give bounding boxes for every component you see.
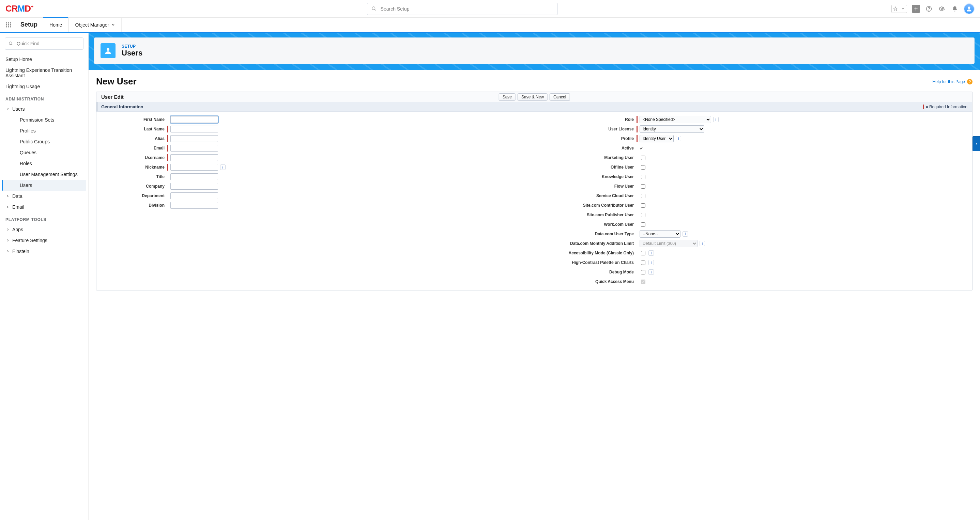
chevron-left-icon: [975, 142, 978, 145]
debug-checkbox[interactable]: [641, 270, 645, 275]
global-search[interactable]: [367, 3, 558, 15]
label-offline-user: Offline User: [541, 165, 636, 170]
sidebar-roles[interactable]: Roles: [2, 158, 86, 169]
app-logo: CRMD+: [5, 3, 33, 14]
info-icon[interactable]: i: [220, 164, 226, 170]
info-icon[interactable]: i: [713, 117, 719, 122]
site-pub-checkbox[interactable]: [641, 213, 645, 217]
sidebar-permission-sets[interactable]: Permission Sets: [2, 114, 86, 125]
email-input[interactable]: [170, 145, 218, 151]
label-first-name: First Name: [103, 117, 167, 122]
label-profile: Profile: [541, 136, 636, 141]
svg-line-1: [374, 9, 375, 10]
label-user-license: User License: [541, 127, 636, 132]
label-data-monthly: Data.com Monthly Addition Limit: [541, 241, 636, 246]
gear-icon[interactable]: [938, 5, 946, 13]
add-icon[interactable]: [912, 5, 920, 13]
sidebar-users-group[interactable]: Users: [2, 103, 86, 114]
label-department: Department: [103, 194, 167, 198]
sidebar-data[interactable]: Data: [2, 191, 86, 202]
label-data-user-type: Data.com User Type: [541, 232, 636, 236]
quick-find[interactable]: [5, 37, 83, 50]
department-input[interactable]: [170, 192, 218, 199]
sidebar-setup-home[interactable]: Setup Home: [2, 54, 86, 65]
title-input[interactable]: [170, 173, 218, 180]
info-icon[interactable]: i: [682, 231, 688, 237]
sidebar-einstein-label: Einstein: [12, 249, 29, 254]
sidebar-apps-label: Apps: [12, 227, 23, 232]
cancel-button[interactable]: Cancel: [550, 93, 570, 101]
search-icon: [371, 6, 377, 11]
help-for-page-link[interactable]: Help for this Page ?: [932, 79, 972, 84]
context-title: Setup: [17, 21, 41, 28]
alias-input[interactable]: [170, 135, 218, 142]
tab-object-manager-label: Object Manager: [75, 22, 109, 28]
label-accessibility: Accessibility Mode (Classic Only): [541, 251, 636, 256]
sidebar-users[interactable]: Users: [2, 180, 86, 191]
knowledge-user-checkbox[interactable]: [641, 175, 645, 179]
app-launcher-icon[interactable]: [2, 18, 15, 31]
accessibility-checkbox[interactable]: [641, 251, 645, 256]
last-name-input[interactable]: [170, 125, 218, 132]
label-flow-user: Flow User: [541, 184, 636, 189]
sidebar-lightning-usage[interactable]: Lightning Usage: [2, 81, 86, 92]
sidebar-transition-assistant[interactable]: Lightning Experience Transition Assistan…: [2, 65, 86, 81]
tab-object-manager[interactable]: Object Manager: [68, 18, 122, 32]
save-and-new-button[interactable]: Save & New: [518, 93, 547, 101]
data-user-type-select[interactable]: --None--: [640, 230, 681, 238]
hero-card: SETUP Users: [94, 37, 975, 64]
avatar[interactable]: [964, 3, 975, 14]
division-input[interactable]: [170, 202, 218, 209]
svg-marker-2: [893, 7, 897, 11]
service-cloud-checkbox[interactable]: [641, 194, 645, 198]
svg-point-14: [10, 24, 11, 25]
flow-user-checkbox[interactable]: [641, 184, 645, 189]
quick-find-input[interactable]: [16, 41, 80, 47]
help-icon[interactable]: [925, 5, 933, 13]
bell-icon[interactable]: [951, 5, 959, 13]
favorites-control[interactable]: [891, 5, 907, 13]
chevron-right-icon: [5, 239, 10, 242]
sidebar-public-groups[interactable]: Public Groups: [2, 136, 86, 147]
tab-home[interactable]: Home: [43, 17, 68, 32]
svg-point-12: [6, 24, 7, 25]
label-email: Email: [103, 146, 167, 151]
nickname-input[interactable]: [170, 164, 218, 171]
chevron-down-icon[interactable]: [899, 5, 907, 13]
profile-select[interactable]: Identity User: [640, 135, 674, 142]
star-icon[interactable]: [892, 5, 899, 13]
sidebar-einstein[interactable]: Einstein: [2, 246, 86, 257]
label-role: Role: [541, 117, 636, 122]
marketing-user-checkbox[interactable]: [641, 156, 645, 160]
info-icon[interactable]: i: [700, 241, 705, 246]
offline-user-checkbox[interactable]: [641, 165, 645, 170]
sidebar-apps[interactable]: Apps: [2, 224, 86, 235]
chevron-right-icon: [5, 205, 10, 209]
sidebar-queues[interactable]: Queues: [2, 147, 86, 158]
first-name-input[interactable]: [170, 116, 218, 123]
info-icon[interactable]: i: [648, 269, 654, 275]
svg-point-18: [9, 42, 12, 44]
sidebar-feature-settings-label: Feature Settings: [12, 238, 48, 243]
sidebar-user-mgmt-settings[interactable]: User Management Settings: [2, 169, 86, 180]
site-contrib-checkbox[interactable]: [641, 203, 645, 208]
work-user-checkbox[interactable]: [641, 222, 645, 227]
company-input[interactable]: [170, 183, 218, 190]
panel-title: User Edit: [100, 94, 124, 100]
info-icon[interactable]: i: [648, 260, 654, 265]
save-button[interactable]: Save: [499, 93, 515, 101]
sidebar-profiles[interactable]: Profiles: [2, 125, 86, 136]
label-marketing-user: Marketing User: [541, 155, 636, 160]
expand-panel-tab[interactable]: [972, 136, 980, 151]
global-search-input[interactable]: [380, 6, 554, 12]
username-input[interactable]: [170, 154, 218, 161]
role-select[interactable]: <None Specified>: [640, 116, 711, 123]
help-link-label: Help for this Page: [932, 79, 965, 84]
user-license-select[interactable]: Identity: [640, 125, 704, 133]
info-icon[interactable]: i: [648, 250, 654, 256]
high-contrast-checkbox[interactable]: [641, 260, 645, 265]
info-icon[interactable]: i: [676, 136, 681, 141]
sidebar-email[interactable]: Email: [2, 202, 86, 213]
svg-point-10: [8, 22, 9, 23]
sidebar-feature-settings[interactable]: Feature Settings: [2, 235, 86, 246]
